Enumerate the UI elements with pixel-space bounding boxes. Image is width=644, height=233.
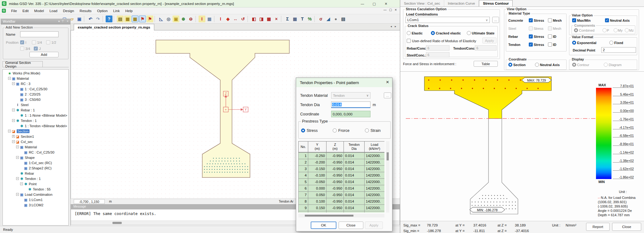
maximize-icon[interactable]: ▢ (369, 0, 380, 7)
tree-expander-icon[interactable]: − (12, 82, 15, 85)
tree-expander-icon[interactable]: − (16, 146, 19, 148)
select-window-icon[interactable]: ▣ (173, 16, 179, 22)
tree-item[interactable]: −✱Tendon : 55 (3, 186, 68, 192)
tree-expander-icon[interactable]: − (16, 177, 19, 180)
tree-item[interactable]: −▣Material (3, 76, 68, 81)
mirror-tool-icon[interactable]: ◨ (258, 16, 265, 22)
table-cell[interactable]: 4 (298, 172, 308, 179)
menu-design[interactable]: Design (60, 9, 77, 13)
table-hscrollbar[interactable] (298, 214, 384, 217)
tree-expander-icon[interactable]: − (20, 182, 23, 185)
table-cell[interactable]: -0.950 (326, 211, 344, 213)
tree-item[interactable]: −▣2:Shape2 (RC) (3, 165, 68, 171)
tab-scroll-right-icon[interactable]: ▸ (395, 25, 396, 28)
table-tool-icon[interactable]: ▦ (291, 16, 298, 22)
table-cell[interactable]: -0.950 (326, 204, 344, 211)
table-vscrollbar[interactable] (386, 141, 389, 213)
tree-expander-icon[interactable]: − (12, 119, 15, 122)
tendon-dia-input[interactable]: 0,014 (331, 101, 370, 108)
tab-section-view[interactable]: Section View : Cvl_sec (400, 0, 444, 7)
table-cell[interactable]: 0.014 (344, 165, 365, 172)
ultimate-state-radio[interactable] (467, 31, 471, 35)
strain-radio[interactable] (365, 128, 369, 132)
table-cell[interactable]: 0.050 (308, 191, 326, 198)
percent-tool-icon[interactable]: % (306, 16, 313, 22)
dialog-titlebar[interactable]: Tendon Properties - Point pattern (296, 78, 392, 87)
table-cell[interactable]: -0.100 (308, 172, 326, 179)
close-icon[interactable]: × (386, 79, 389, 85)
table-cell[interactable]: -0.950 (326, 185, 344, 192)
tree-item[interactable]: −◪Cvl_sec (3, 139, 68, 144)
rebar-stress-checkbox[interactable]: ✓ (529, 34, 533, 38)
add-button[interactable]: Add (29, 52, 59, 57)
tree-item[interactable]: −✱Rebar : 1 (3, 107, 68, 113)
table-cell[interactable]: 0.100 (308, 198, 326, 205)
table-cell[interactable]: 1422000. (364, 152, 384, 159)
select-circle-icon[interactable]: ◎ (165, 16, 172, 22)
scrollbar-thumb[interactable] (387, 152, 389, 160)
tree-item[interactable]: −✱Tendon : 1 (3, 176, 68, 181)
decimal-point-input[interactable]: 2 (601, 47, 636, 53)
ibeam-tool-icon[interactable]: I (217, 16, 224, 22)
tree-item[interactable]: −▣1:LCom1 (3, 197, 68, 202)
section-name-input[interactable] (20, 31, 59, 37)
table-cell[interactable]: 6 (298, 185, 308, 192)
tendon-id-checkbox[interactable] (548, 43, 552, 47)
table-cell[interactable]: 0.014 (344, 152, 365, 159)
concrete-mesh-checkbox[interactable] (548, 18, 552, 22)
maxmin-checkbox[interactable]: ✓ (572, 18, 576, 22)
tree-item[interactable]: −▣Load Combination (3, 192, 68, 197)
menu-file[interactable]: File (8, 9, 20, 13)
menu-link[interactable]: Link (110, 9, 122, 13)
tree-expander-icon[interactable]: − (12, 140, 15, 143)
fixed-radio[interactable] (609, 41, 613, 45)
material-browse-button[interactable]: ... (384, 92, 391, 98)
grid-selected-icon[interactable]: ▦ (132, 16, 138, 22)
table-cell[interactable]: 0.014 (344, 178, 365, 185)
tree-item[interactable]: −✱1 : 1-None <Bilinear Model> (3, 113, 68, 118)
table-cell[interactable]: 0.014 (344, 198, 365, 205)
delete-tool-icon[interactable]: × (273, 16, 280, 22)
tree-item[interactable]: −◪Section (3, 128, 68, 134)
copy-tool-icon[interactable]: ◧ (251, 16, 257, 22)
tree-expander-icon[interactable]: − (16, 156, 19, 159)
tab-general-section-design[interactable]: General Section Design (2, 61, 43, 67)
tree-item[interactable]: −✱Rebar (3, 171, 68, 176)
table-cell[interactable]: 0.014 (344, 185, 365, 192)
table-cell[interactable]: -0.950 (326, 178, 344, 185)
close-icon[interactable]: × (67, 20, 68, 23)
tree-item[interactable]: −▣RC : Cvl_C25/30 (3, 150, 68, 155)
ok-button[interactable]: OK (311, 222, 336, 229)
table-cell[interactable]: 1422000. (364, 159, 384, 166)
document-tab[interactable]: example_cracked section property_rn.mgs (74, 24, 154, 30)
table-cell[interactable]: -0.200 (308, 159, 326, 166)
scrollbar-thumb[interactable] (112, 222, 122, 224)
table-cell[interactable]: 1422000. (364, 191, 384, 198)
select-diagonal-icon[interactable]: ◺ (158, 16, 164, 22)
tree-expander-icon[interactable]: − (12, 109, 15, 111)
display-section-icon[interactable]: I (199, 16, 205, 22)
table-cell[interactable]: -0.050 (308, 178, 326, 185)
table-cell[interactable]: -0.950 (326, 159, 344, 166)
text-tool-icon[interactable]: T (299, 16, 306, 22)
position-quarter-checkbox[interactable] (32, 40, 36, 44)
tree-item[interactable]: −▣3:LCOM2 (3, 202, 68, 208)
table-cell[interactable]: -0.250 (308, 152, 326, 159)
neutral-axis-checkbox[interactable]: ✓ (605, 18, 609, 22)
stress-radio[interactable] (301, 128, 305, 132)
exponential-radio[interactable] (572, 41, 576, 45)
cracked-elastic-radio[interactable] (431, 31, 435, 35)
position-half-checkbox[interactable] (46, 40, 50, 44)
tree-item[interactable]: −ISteel (3, 102, 68, 107)
graph-tool-icon[interactable]: ◢ (325, 16, 332, 22)
tendon-material-select[interactable]: Tendon ∨ (331, 92, 370, 99)
table-cell[interactable]: -0.950 (326, 191, 344, 198)
tab-interaction-curve[interactable]: Interaction Curve (444, 0, 479, 7)
table-cell[interactable]: 1422000. (364, 172, 384, 179)
zoom-out-icon[interactable]: ⊖ (187, 16, 194, 22)
position-threequarter-checkbox[interactable] (20, 47, 24, 51)
tree-item[interactable]: −✱Tendon : 1 (3, 118, 68, 123)
table-cell[interactable]: 1422000. (364, 165, 384, 172)
help-icon[interactable]: ? (106, 16, 112, 22)
save-icon[interactable]: ▣ (76, 16, 83, 22)
